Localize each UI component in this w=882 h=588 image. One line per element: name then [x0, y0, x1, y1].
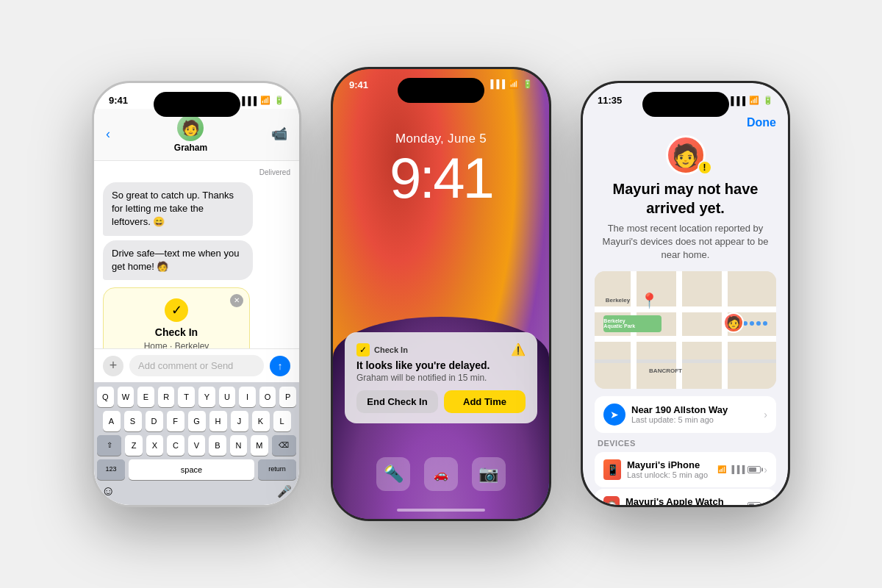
location-row[interactable]: ➤ Near 190 Allston Way Last update: 5 mi… — [595, 396, 776, 433]
status-icons: ▐▐▐ 📶 🔋 — [240, 96, 284, 105]
key-n[interactable]: N — [230, 435, 247, 456]
contact-info: 🧑 Graham — [174, 115, 207, 153]
device-row-watch[interactable]: ⌚ Mayuri's Apple Watch Last update: › — [595, 489, 776, 505]
lockscreen-big-time: 9:41 — [390, 149, 492, 207]
dynamic-island-3 — [642, 92, 729, 117]
battery-icon-3: 🔋 — [763, 96, 773, 105]
checkin-card: ✕ ✓ Check In Home · BerkeleyAround 11:00… — [103, 287, 250, 348]
send-button[interactable]: ↑ — [270, 356, 290, 376]
delivered-label: Delivered — [103, 168, 290, 176]
message-input[interactable]: Add comment or Send — [129, 355, 264, 376]
checkin-icon: ✓ — [114, 298, 239, 322]
contact-avatar: 🧑 — [177, 115, 204, 141]
status-time: 9:41 — [109, 95, 128, 106]
signal-icon-3: ▐▐▐ — [728, 96, 745, 105]
key-f[interactable]: F — [167, 411, 184, 431]
message-bubble-received-1: So great to catch up. Thanks for letting… — [103, 182, 253, 236]
video-call-button[interactable]: 📹 — [271, 126, 287, 142]
devices-label: DEVICES — [595, 439, 776, 448]
done-button[interactable]: Done — [747, 116, 776, 129]
key-123[interactable]: 123 — [97, 459, 125, 480]
key-a[interactable]: A — [103, 411, 121, 431]
device-row-iphone[interactable]: 📱 Mayuri's iPhone Last unlock: 5 min ago… — [595, 452, 776, 487]
phone-lockscreen: 9:41 ▐▐▐ 📶 🔋 Monday, June 5 9:41 ✓ Check… — [331, 67, 551, 521]
key-q[interactable]: Q — [97, 387, 114, 407]
key-b[interactable]: B — [209, 435, 226, 456]
watch-icon: ⌚ — [603, 496, 620, 505]
lockscreen-time: 9:41 — [349, 79, 368, 90]
dynamic-island-2 — [398, 78, 484, 103]
keyboard: Q W E R T Y U I O P A S D F G H J K L — [94, 382, 299, 505]
phone-messages: 9:41 ▐▐▐ 📶 🔋 ‹ 🧑 Graham 📹 Delivered So g… — [92, 81, 301, 507]
key-r[interactable]: R — [158, 387, 175, 407]
key-m[interactable]: M — [251, 435, 268, 456]
mic-button[interactable]: 🎤 — [277, 484, 292, 498]
key-shift[interactable]: ⇧ — [97, 435, 121, 456]
checkin-card-details: Home · BerkeleyAround 11:00 PM — [114, 340, 239, 348]
device-text-iphone: Mayuri's iPhone Last unlock: 5 min ago — [627, 459, 708, 479]
key-j[interactable]: J — [231, 411, 248, 431]
iphone-icon: 📱 — [603, 459, 621, 480]
person-avatar-container: 🧑 ! — [595, 135, 776, 175]
iphone-sub: Last unlock: 5 min ago — [627, 470, 708, 479]
key-o[interactable]: O — [259, 387, 276, 407]
contact-name[interactable]: Graham — [174, 143, 207, 153]
back-button[interactable]: ‹ — [106, 126, 110, 142]
wifi-icon-3: 📶 — [749, 96, 759, 105]
key-c[interactable]: C — [167, 435, 184, 456]
watch-name: Mayuri's Apple Watch — [625, 496, 724, 505]
key-z[interactable]: Z — [125, 435, 142, 456]
key-p[interactable]: P — [279, 387, 296, 407]
checkin-app-body: 🧑 ! Mayuri may not have arrived yet. The… — [583, 135, 788, 505]
key-s[interactable]: S — [124, 411, 142, 431]
chevron-right-icon: › — [764, 409, 767, 420]
keyboard-bottom: ☺ 🎤 — [97, 484, 296, 502]
iphone-name: Mayuri's iPhone — [627, 459, 708, 470]
messages-body: Delivered So great to catch up. Thanks f… — [94, 161, 299, 348]
device-info-iphone: 📱 Mayuri's iPhone Last unlock: 5 min ago — [603, 459, 708, 480]
key-return[interactable]: return — [258, 459, 296, 480]
key-k[interactable]: K — [252, 411, 270, 431]
key-w[interactable]: W — [118, 387, 135, 407]
key-e[interactable]: E — [137, 387, 154, 407]
keyboard-row-3: ⇧ Z X C V B N M ⌫ — [97, 435, 296, 456]
key-v[interactable]: V — [188, 435, 205, 456]
emoji-button[interactable]: ☺ — [101, 484, 115, 499]
iphone-status: 📶 ▐▐▐ › — [717, 464, 767, 476]
warning-badge: ! — [698, 160, 712, 175]
status-time-3: 11:35 — [598, 95, 622, 106]
battery-status-icon — [747, 466, 761, 473]
signal-status-icon: ▐▐▐ — [729, 465, 745, 473]
checkin-app-subtitle: The most recent location reported by May… — [595, 222, 776, 262]
location-name: Near 190 Allston Way — [631, 404, 728, 415]
person-location-pin: 🧑 — [723, 312, 744, 333]
key-u[interactable]: U — [219, 387, 236, 407]
key-l[interactable]: L — [273, 411, 291, 431]
messages-input-bar: + Add comment or Send ↑ — [94, 348, 299, 382]
checkin-card-title: Check In — [114, 326, 239, 338]
key-x[interactable]: X — [146, 435, 163, 456]
lockscreen-content: 9:41 ▐▐▐ 📶 🔋 Monday, June 5 9:41 — [333, 69, 549, 519]
dynamic-island — [154, 92, 240, 117]
device-info-watch: ⌚ Mayuri's Apple Watch Last update: — [603, 496, 724, 505]
key-delete[interactable]: ⌫ — [272, 435, 296, 456]
phone-checkin-app: 11:35 ● ▐▐▐ 📶 🔋 Done 🧑 ! Mayuri may not … — [581, 81, 790, 507]
keyboard-row-4: 123 space return — [97, 459, 296, 480]
map-view[interactable]: Berkeley BerkeleyAquatic Park BANCROFT 🧑… — [595, 271, 776, 389]
checkin-app-title: Mayuri may not have arrived yet. — [595, 179, 776, 218]
destination-pin: 📍 — [640, 292, 659, 309]
key-y[interactable]: Y — [198, 387, 215, 407]
key-d[interactable]: D — [146, 411, 163, 431]
key-space[interactable]: space — [129, 459, 254, 480]
location-navigation-icon: ➤ — [603, 404, 625, 426]
key-g[interactable]: G — [188, 411, 206, 431]
battery-icon: 🔋 — [523, 79, 533, 90]
key-i[interactable]: I — [239, 387, 256, 407]
wifi-status-icon: 📶 — [717, 465, 726, 473]
checkin-close-button[interactable]: ✕ — [230, 294, 243, 307]
key-h[interactable]: H — [209, 411, 227, 431]
device-text-watch: Mayuri's Apple Watch Last update: — [625, 496, 724, 505]
key-t[interactable]: T — [178, 387, 195, 407]
location-text: Near 190 Allston Way Last update: 5 min … — [631, 404, 728, 424]
add-attachment-button[interactable]: + — [103, 356, 123, 376]
